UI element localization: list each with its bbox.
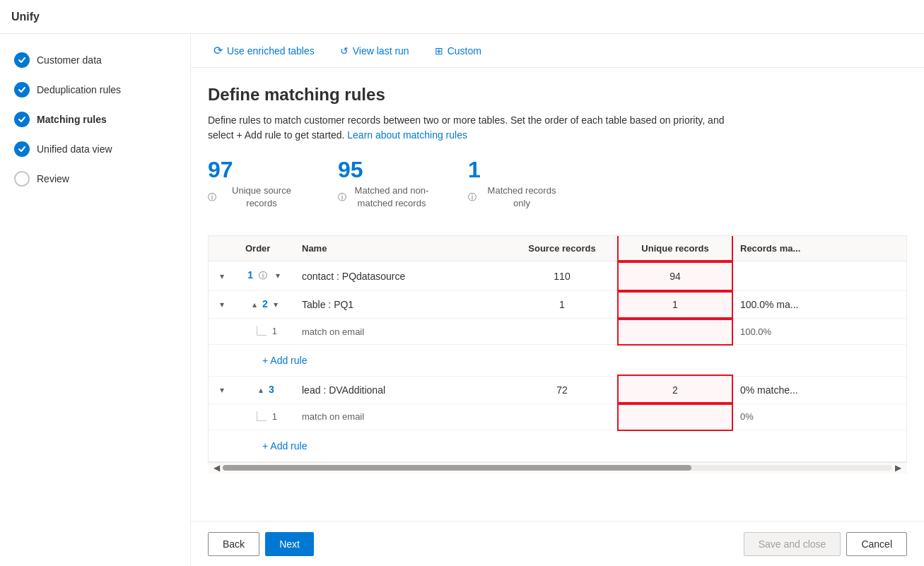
stat-number-95: 95	[338, 157, 363, 183]
content-area: ⟳ Use enriched tables ↺ View last run ⊞ …	[191, 34, 924, 566]
table-row: ▾ ▴ 3 lead : DVAdditional 72 2 0% m	[209, 376, 906, 403]
th-unique-records: Unique records	[619, 236, 732, 261]
sidebar-item-deduplication-label: Deduplication rules	[37, 84, 121, 95]
sub2-order-cell: 1	[237, 403, 293, 430]
matching-table-wrapper: Order Name Source records Unique records…	[208, 235, 907, 461]
row3-collapse-cell: ▾	[209, 376, 237, 403]
stat-matched-nonmatched: 95 ⓘ Matched and non-matched records	[338, 157, 434, 210]
sub1-name: match on email	[302, 326, 364, 337]
sidebar-item-review[interactable]: Review	[0, 164, 190, 194]
custom-icon: ⊞	[435, 45, 443, 57]
back-button[interactable]: Back	[208, 532, 259, 556]
sidebar: Customer data Deduplication rules Matchi…	[0, 34, 191, 566]
save-close-button[interactable]: Save and close	[744, 532, 841, 556]
sidebar-item-unified-label: Unified data view	[37, 143, 112, 155]
scrollbar-track[interactable]	[223, 465, 892, 471]
top-bar: Unify	[0, 0, 924, 34]
use-enriched-tables-button[interactable]: ⟳ Use enriched tables	[208, 41, 320, 60]
custom-button[interactable]: ⊞ Custom	[429, 42, 487, 59]
sub2-collapse-cell	[209, 403, 237, 430]
sidebar-item-customer-data[interactable]: Customer data	[0, 45, 190, 75]
view-last-run-label: View last run	[353, 45, 409, 57]
table-row: + Add rule	[209, 430, 906, 461]
sub2-records-ma-cell: 0%	[732, 403, 906, 430]
row2-records-ma-cell: 100.0% ma...	[732, 291, 906, 319]
stat-number-97: 97	[208, 157, 233, 183]
table-row: ▾ ▴ 2 ▾ Table : PQ1 1 1	[209, 291, 906, 319]
sub1-order-cell: 1	[237, 319, 293, 345]
view-last-run-button[interactable]: ↺ View last run	[334, 42, 415, 59]
row1-order: 1	[247, 269, 253, 281]
row2-collapse-cell: ▾	[209, 291, 237, 319]
row2-down-button[interactable]: ▾	[271, 298, 281, 311]
table-row: 1 match on email 0%	[209, 403, 906, 430]
th-source-records: Source records	[505, 236, 619, 261]
unified-data-view-icon	[14, 141, 30, 157]
page-content: Define matching rules Define rules to ma…	[191, 68, 924, 521]
learn-link[interactable]: Learn about matching rules	[347, 129, 467, 141]
stats-row: 97 ⓘ Unique source records 95 ⓘ Matched …	[208, 157, 907, 221]
row1-collapse-button[interactable]: ▾	[217, 270, 227, 283]
main-layout: Customer data Deduplication rules Matchi…	[0, 34, 924, 566]
scrollbar-thumb	[223, 465, 691, 471]
stat-label-unique-source: Unique source records	[219, 184, 304, 210]
add-rule-1-button[interactable]: + Add rule	[257, 352, 312, 369]
review-icon	[14, 171, 30, 187]
custom-label: Custom	[448, 45, 481, 57]
row3-up-button[interactable]: ▴	[256, 384, 266, 396]
stat-label-matched-only: Matched records only	[479, 184, 564, 210]
row2-up-button[interactable]: ▴	[250, 298, 259, 311]
next-button[interactable]: Next	[265, 532, 314, 556]
sub1-name-cell: match on email	[293, 319, 505, 345]
add-rule-1-cell: + Add rule	[237, 344, 906, 376]
footer-right: Save and close Cancel	[744, 532, 907, 556]
sidebar-item-customer-data-label: Customer data	[37, 54, 102, 66]
footer: Back Next Save and close Cancel	[191, 521, 924, 566]
sub1-unique-cell	[619, 319, 732, 345]
row2-order: 2	[262, 298, 268, 309]
stat-label-row-2: ⓘ Matched and non-matched records	[338, 184, 434, 210]
cancel-button[interactable]: Cancel	[846, 532, 907, 556]
stat-label-matched-nonmatched: Matched and non-matched records	[349, 184, 434, 210]
scroll-left-arrow[interactable]: ◀	[211, 463, 223, 473]
row2-unique-cell: 1	[619, 291, 732, 319]
info-icon-2[interactable]: ⓘ	[338, 191, 346, 204]
row1-unique-cell: 94	[619, 261, 732, 291]
info-icon-3[interactable]: ⓘ	[468, 191, 476, 204]
info-icon-1[interactable]: ⓘ	[208, 191, 216, 204]
row2-name: Table : PQ1	[302, 299, 353, 310]
enriched-icon: ⟳	[214, 44, 223, 57]
sub2-unique-cell	[619, 403, 732, 430]
row1-info-button[interactable]: ⓘ	[256, 269, 270, 283]
row3-records-ma-cell: 0% matche...	[732, 376, 906, 403]
sub2-order: 1	[272, 411, 277, 422]
table-row: 1 match on email 100.0%	[209, 319, 906, 345]
add-rule-1-indent	[209, 344, 237, 376]
row1-name: contact : PQdatasource	[302, 271, 405, 282]
sidebar-item-unified-data-view[interactable]: Unified data view	[0, 134, 190, 164]
matching-table: Order Name Source records Unique records…	[209, 236, 906, 461]
th-records-ma: Records ma...	[732, 236, 906, 261]
table-row: + Add rule	[209, 344, 906, 376]
sub2-source-cell	[505, 403, 619, 430]
sidebar-item-matching-rules[interactable]: Matching rules	[0, 105, 190, 134]
sub1-records-ma-cell: 100.0%	[732, 319, 906, 345]
row3-name-cell: lead : DVAdditional	[293, 376, 505, 403]
toolbar: ⟳ Use enriched tables ↺ View last run ⊞ …	[191, 34, 924, 68]
row1-down-button[interactable]: ▾	[273, 269, 283, 282]
customer-data-icon	[14, 52, 30, 68]
row3-order-cell: ▴ 3	[237, 376, 293, 403]
sub1-collapse-cell	[209, 319, 237, 345]
scroll-right-arrow[interactable]: ▶	[892, 463, 904, 473]
sidebar-item-review-label: Review	[37, 173, 69, 184]
sidebar-item-matching-label: Matching rules	[37, 114, 107, 125]
matching-rules-icon	[14, 112, 30, 127]
add-rule-2-button[interactable]: + Add rule	[257, 437, 312, 454]
row3-source-cell: 72	[505, 376, 619, 403]
row2-collapse-button[interactable]: ▾	[217, 298, 227, 311]
sidebar-item-deduplication-rules[interactable]: Deduplication rules	[0, 75, 190, 105]
scrollbar-row: ◀ ▶	[208, 462, 907, 473]
add-rule-2-cell: + Add rule	[237, 430, 906, 461]
last-run-icon: ↺	[340, 45, 349, 57]
row3-collapse-button[interactable]: ▾	[217, 384, 227, 396]
